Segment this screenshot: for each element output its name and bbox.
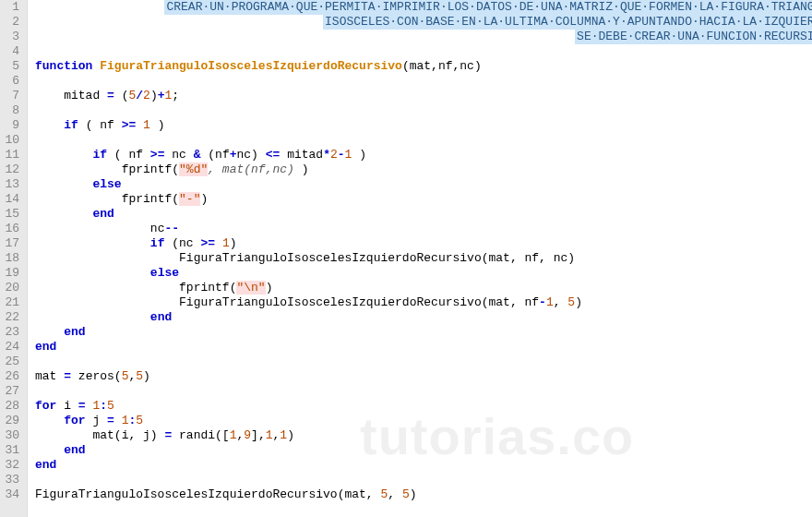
code-line: FiguraTrianguloIsoscelesIzquierdoRecursi… [35, 251, 812, 266]
line-number: 9 [4, 118, 19, 133]
line-number: 14 [4, 192, 19, 207]
line-number: 4 [4, 44, 19, 59]
line-number: 2 [4, 15, 19, 30]
code-line: end [35, 207, 812, 222]
code-line: end [35, 340, 812, 355]
line-number-gutter: 1234567891011121314151617181920212223242… [0, 0, 28, 517]
code-line: end [35, 325, 812, 340]
code-line: FiguraTrianguloIsoscelesIzquierdoRecursi… [35, 295, 812, 310]
line-number: 15 [4, 207, 19, 222]
line-number: 29 [4, 414, 19, 428]
line-number: 6 [4, 74, 19, 89]
line-number: 21 [4, 295, 19, 310]
line-number: 13 [4, 177, 19, 192]
code-editor: 1234567891011121314151617181920212223242… [0, 0, 812, 517]
line-number: 27 [4, 384, 19, 399]
line-number: 34 [4, 487, 19, 502]
code-line: fprintf("-") [35, 192, 812, 207]
code-line: if ( nf >= nc & (nf+nc) <= mitad*2-1 ) [35, 148, 812, 162]
code-line: nc-- [35, 222, 812, 236]
code-line: else [35, 266, 812, 281]
code-line: else [35, 177, 812, 192]
blank-line [35, 133, 812, 148]
code-line: mat = zeros(5,5) [35, 369, 812, 384]
code-line: if (nc >= 1) [35, 236, 812, 251]
code-line: end [35, 310, 812, 325]
code-line: for j = 1:5 [35, 414, 812, 428]
line-number: 28 [4, 399, 19, 414]
line-number: 33 [4, 473, 19, 487]
code-line: function FiguraTrianguloIsoscelesIzquier… [35, 59, 812, 74]
line-number: 24 [4, 340, 19, 355]
line-number: 12 [4, 162, 19, 177]
line-number: 30 [4, 428, 19, 443]
code-line: if ( nf >= 1 ) [35, 118, 812, 133]
blank-line [35, 473, 812, 487]
line-number: 11 [4, 148, 19, 162]
line-number: 16 [4, 222, 19, 236]
line-number: 22 [4, 310, 19, 325]
code-line: mitad = (5/2)+1; [35, 89, 812, 103]
blank-line [35, 384, 812, 399]
code-line: mat(i, j) = randi([1,9],1,1) [35, 428, 812, 443]
code-line: fprintf("\n") [35, 281, 812, 295]
comment-line: ISOSCELES·CON·BASE·EN·LA·ULTIMA·COLUMNA·… [35, 15, 812, 30]
line-number: 3 [4, 30, 19, 44]
line-number: 7 [4, 89, 19, 103]
code-line: end [35, 458, 812, 473]
line-number: 10 [4, 133, 19, 148]
line-number: 32 [4, 458, 19, 473]
blank-line [35, 44, 812, 59]
line-number: 31 [4, 443, 19, 458]
line-number: 8 [4, 103, 19, 118]
code-line: FiguraTrianguloIsoscelesIzquierdoRecursi… [35, 487, 812, 502]
code-line: fprintf("%d", mat(nf,nc) ) [35, 162, 812, 177]
line-number: 18 [4, 251, 19, 266]
line-number: 17 [4, 236, 19, 251]
line-number: 1 [4, 0, 19, 15]
code-line: end [35, 443, 812, 458]
code-area[interactable]: tutorias.co CREAR·UN·PROGRAMA·QUE·PERMIT… [28, 0, 812, 517]
blank-line [35, 74, 812, 89]
line-number: 23 [4, 325, 19, 340]
comment-line: SE·DEBE·CREAR·UNA·FUNCION·RECURSIVA [35, 30, 812, 44]
comment-line: CREAR·UN·PROGRAMA·QUE·PERMITA·IMPRIMIR·L… [35, 0, 812, 15]
line-number: 20 [4, 281, 19, 295]
line-number: 26 [4, 369, 19, 384]
line-number: 19 [4, 266, 19, 281]
line-number: 25 [4, 355, 19, 369]
line-number: 5 [4, 59, 19, 74]
code-line: for i = 1:5 [35, 399, 812, 414]
blank-line [35, 355, 812, 369]
blank-line [35, 103, 812, 118]
